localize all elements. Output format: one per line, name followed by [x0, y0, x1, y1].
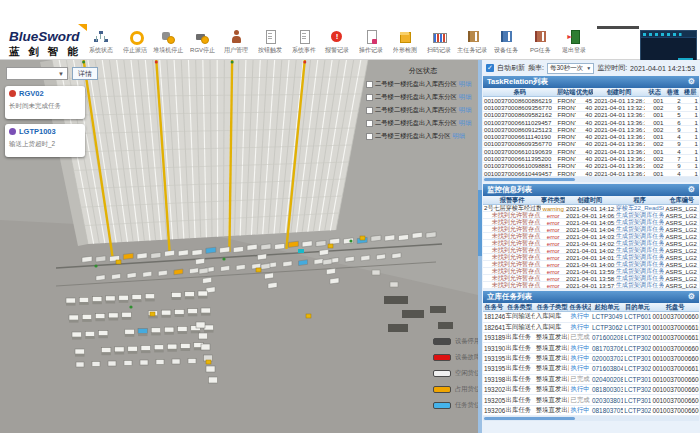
table-row[interactable]: 1931956出库任务整垛直发出库执行中0200037022LCTP301600…: [483, 354, 699, 364]
toolbar-item-8[interactable]: 报警记录: [321, 30, 355, 59]
column-header[interactable]: 目的单元: [623, 303, 651, 312]
table-cell: 0010037000661303: [651, 365, 699, 372]
table-cell: 1: [682, 140, 699, 147]
table-row[interactable]: 1931905出库任务整垛直发出库执行中0817037061LCTP302000…: [483, 343, 699, 353]
zone-checkbox[interactable]: [366, 94, 373, 101]
legend-color-chip: [433, 370, 451, 377]
gear-icon[interactable]: ⚙: [688, 291, 695, 303]
column-header[interactable]: 楼层: [682, 88, 699, 97]
zone-detail-link[interactable]: 明细: [459, 119, 472, 128]
detail-button[interactable]: 详情: [72, 67, 98, 80]
table-cell: 出库任务: [505, 333, 535, 342]
zone-checkbox[interactable]: [366, 133, 373, 140]
gear-icon[interactable]: ⚙: [688, 76, 695, 88]
rgv-icon: [195, 30, 209, 44]
horizontal-scrollbar[interactable]: [483, 416, 699, 421]
column-header[interactable]: 优先级: [576, 88, 593, 97]
column-header[interactable]: 事件类型: [541, 196, 565, 205]
table-row[interactable]: 1932067出库任务整垛直发出库执行中0818037052LCTP302000…: [483, 406, 699, 416]
zone-row: 二号楼一楼托盘出入库东分区明细: [366, 93, 480, 102]
gear-icon[interactable]: ⚙: [688, 184, 695, 196]
table-cell: 1826411: [483, 324, 505, 331]
toolbar-item-2[interactable]: 停止派活: [118, 30, 152, 59]
column-header[interactable]: 条码: [483, 88, 556, 97]
table-row[interactable]: 1931958出库任务整垛直发出库执行中0716038042LCTP302000…: [483, 364, 699, 374]
toolbar-item-6[interactable]: 按钮触发: [253, 30, 287, 59]
zone-detail-link[interactable]: 明细: [459, 93, 472, 102]
table-cell: 00100370006610449457: [483, 170, 556, 177]
column-header[interactable]: 创建时间: [593, 88, 645, 97]
horizontal-scrollbar[interactable]: [483, 177, 699, 182]
table-header-row: 任务号任务类型任务子类型任务状态起始单元目的单元托盘号: [483, 303, 699, 312]
zone-detail-link[interactable]: 明细: [459, 106, 472, 115]
column-header[interactable]: 创建时间: [565, 196, 615, 205]
toolbar-item-15[interactable]: 退出登录: [557, 30, 591, 59]
table-row[interactable]: 00100370006610449457FRONT402021-04-01 13…: [483, 170, 699, 177]
table-cell: 2021-04-01 13:36:19: [593, 119, 645, 126]
device-select[interactable]: ▼: [6, 67, 68, 80]
toolbar-item-7[interactable]: 系统事件: [287, 30, 321, 59]
zone-detail-link[interactable]: 明细: [459, 80, 472, 89]
toolbar-item-1[interactable]: 系统状态: [84, 30, 118, 59]
frequency-select[interactable]: 每30秒一次 ▼: [547, 63, 594, 74]
table-cell: 00100370006610190639: [483, 148, 556, 155]
toolbar-item-11[interactable]: 扫码记录: [422, 30, 456, 59]
table-cell: ASRS_LG2: [664, 282, 699, 289]
zone-label: 二号楼二楼托盘出入库西分区: [375, 106, 457, 115]
zone-detail-link[interactable]: 明细: [453, 132, 466, 141]
table-cell: 0010037000661502: [651, 334, 699, 341]
toolbar-item-9[interactable]: 操作记录: [354, 30, 388, 59]
toolbar-item-4[interactable]: RGV停止: [185, 30, 219, 59]
vertical-scrollbar[interactable]: [478, 190, 482, 256]
table-cell: 2021-04-01 14:06:57: [565, 212, 615, 219]
table-row[interactable]: 1826411车间输送任务入库回库执行中LCTP3062LCTP30150010…: [483, 323, 699, 333]
legend-item: 任务货位: [433, 401, 480, 410]
toolbar-item-14[interactable]: PG任务: [523, 30, 557, 59]
column-header[interactable]: 任务类型: [505, 303, 535, 312]
zone-checkbox[interactable]: [366, 107, 373, 114]
zone-checkbox[interactable]: [366, 120, 373, 127]
table-row[interactable]: 未找到允许暂存点error2021-04-01 13:57:49生成货架调库任务…: [483, 282, 699, 289]
column-header[interactable]: 托盘号: [651, 303, 699, 312]
table-cell: error: [541, 247, 565, 254]
table-cell: 2021-04-01 13:36:22: [593, 155, 645, 162]
toolbar-item-label: 外形检测: [393, 46, 417, 54]
table-cell: ASRS_LG2: [664, 226, 699, 233]
column-header[interactable]: 层站端: [556, 88, 575, 97]
table-cell: 整垛直发出库: [535, 396, 570, 405]
table-cell: FRONT: [556, 155, 575, 162]
column-header[interactable]: 起始单元: [591, 303, 623, 312]
toolbar-item-5[interactable]: 用户管理: [219, 30, 253, 59]
chevron-down-icon: ▼: [58, 71, 64, 77]
table-row[interactable]: 1931891出库任务整垛直发出库已完成0716002082LCTP302000…: [483, 333, 699, 343]
table-cell: error: [541, 275, 565, 282]
alert-card[interactable]: LGTP1003输送上货超时_2: [5, 124, 85, 157]
legend: 设备停用设备故障空闲货位占用货位任务货位: [433, 337, 480, 417]
column-header[interactable]: 巷道: [664, 88, 681, 97]
toolbar-item-label: 主任务记录: [458, 46, 488, 54]
column-header[interactable]: 状态: [645, 88, 664, 97]
minimized-window-strip[interactable]: [597, 26, 639, 29]
toolbar-item-13[interactable]: 设备任务: [490, 30, 524, 59]
toolbar-item-12[interactable]: 主任务记录: [456, 30, 490, 59]
doc-icon: [263, 30, 277, 44]
toolbar-item-10[interactable]: 外形检测: [388, 30, 422, 59]
table-row[interactable]: 1932025出库任务整垛直发出库执行中0818003032LCTP302000…: [483, 385, 699, 395]
column-header[interactable]: 仓库编号: [664, 196, 699, 205]
table-cell: LCTP3062: [591, 324, 623, 331]
table-cell: 40: [576, 162, 593, 169]
column-header[interactable]: 任务状态: [569, 303, 591, 312]
table-cell: 1: [682, 111, 699, 118]
column-header[interactable]: 任务子类型: [535, 303, 570, 312]
table-row[interactable]: 1931986出库任务整垛直发出库已完成0204002081LCTP301600…: [483, 375, 699, 385]
toolbar-item-3[interactable]: 堆垛机停止: [152, 30, 186, 59]
table-row[interactable]: 1932050出库任务整垛直发出库已完成0203038011LCTP301600…: [483, 395, 699, 405]
column-header[interactable]: 任务号: [483, 303, 505, 312]
table-row[interactable]: 1812464车间输送任务入库回库执行中LCTP3049LCTP60110010…: [483, 312, 699, 322]
table-cell: 0716002082: [591, 334, 623, 341]
table-cell: FRONT: [556, 119, 575, 126]
auto-refresh-checkbox[interactable]: ✓: [486, 64, 494, 72]
zone-checkbox[interactable]: [366, 81, 373, 88]
table-cell: 4: [664, 170, 681, 177]
alert-card[interactable]: RGV02长时间未完成任务: [5, 86, 85, 119]
